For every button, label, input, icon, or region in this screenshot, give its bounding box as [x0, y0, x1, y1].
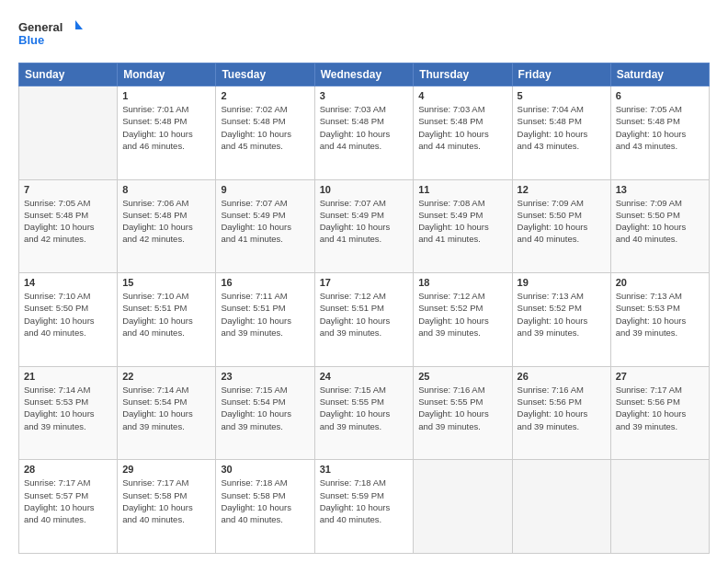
day-number: 2	[221, 90, 309, 101]
calendar-week-row: 21Sunrise: 7:14 AM Sunset: 5:53 PM Dayli…	[19, 366, 710, 460]
calendar-cell: 22Sunrise: 7:14 AM Sunset: 5:54 PM Dayli…	[118, 366, 216, 460]
calendar-cell: 13Sunrise: 7:09 AM Sunset: 5:50 PM Dayli…	[610, 179, 709, 273]
day-info: Sunrise: 7:17 AM Sunset: 5:58 PM Dayligh…	[122, 477, 210, 525]
calendar-cell: 17Sunrise: 7:12 AM Sunset: 5:51 PM Dayli…	[314, 273, 414, 367]
day-number: 1	[122, 90, 210, 101]
day-number: 10	[320, 184, 409, 195]
calendar-cell: 26Sunrise: 7:16 AM Sunset: 5:56 PM Dayli…	[512, 366, 610, 460]
calendar-page: General Blue SundayMondayTuesdayWednesda…	[0, 0, 728, 563]
calendar-cell: 31Sunrise: 7:18 AM Sunset: 5:59 PM Dayli…	[314, 460, 414, 554]
calendar-cell	[19, 86, 118, 180]
svg-text:General: General	[18, 20, 63, 34]
weekday-header-wednesday: Wednesday	[314, 63, 414, 86]
day-number: 7	[24, 184, 112, 195]
calendar-cell: 4Sunrise: 7:03 AM Sunset: 5:48 PM Daylig…	[414, 86, 512, 180]
calendar-week-row: 28Sunrise: 7:17 AM Sunset: 5:57 PM Dayli…	[19, 460, 710, 554]
weekday-header-thursday: Thursday	[414, 63, 512, 86]
day-info: Sunrise: 7:17 AM Sunset: 5:56 PM Dayligh…	[616, 384, 704, 432]
day-info: Sunrise: 7:13 AM Sunset: 5:53 PM Dayligh…	[616, 290, 704, 339]
calendar-week-row: 1Sunrise: 7:01 AM Sunset: 5:48 PM Daylig…	[19, 86, 710, 180]
day-info: Sunrise: 7:07 AM Sunset: 5:49 PM Dayligh…	[221, 197, 309, 246]
calendar-cell: 2Sunrise: 7:02 AM Sunset: 5:48 PM Daylig…	[216, 86, 314, 180]
day-number: 25	[418, 371, 506, 382]
calendar-cell: 19Sunrise: 7:13 AM Sunset: 5:52 PM Dayli…	[512, 273, 610, 367]
day-info: Sunrise: 7:10 AM Sunset: 5:51 PM Dayligh…	[122, 290, 210, 339]
weekday-header-sunday: Sunday	[19, 63, 118, 86]
weekday-header-saturday: Saturday	[610, 63, 709, 86]
day-number: 14	[24, 277, 112, 288]
day-info: Sunrise: 7:15 AM Sunset: 5:54 PM Dayligh…	[221, 384, 309, 432]
day-number: 19	[518, 277, 606, 288]
calendar-cell: 23Sunrise: 7:15 AM Sunset: 5:54 PM Dayli…	[216, 366, 314, 460]
day-info: Sunrise: 7:06 AM Sunset: 5:48 PM Dayligh…	[122, 197, 210, 246]
day-info: Sunrise: 7:13 AM Sunset: 5:52 PM Dayligh…	[518, 290, 606, 339]
day-info: Sunrise: 7:15 AM Sunset: 5:55 PM Dayligh…	[320, 384, 409, 432]
day-info: Sunrise: 7:11 AM Sunset: 5:51 PM Dayligh…	[221, 290, 309, 339]
day-info: Sunrise: 7:08 AM Sunset: 5:49 PM Dayligh…	[418, 197, 506, 246]
calendar-cell	[414, 460, 512, 554]
calendar-cell: 3Sunrise: 7:03 AM Sunset: 5:48 PM Daylig…	[314, 86, 414, 180]
day-info: Sunrise: 7:18 AM Sunset: 5:58 PM Dayligh…	[221, 477, 309, 525]
day-number: 24	[320, 371, 409, 382]
weekday-header-tuesday: Tuesday	[216, 63, 314, 86]
calendar-cell: 9Sunrise: 7:07 AM Sunset: 5:49 PM Daylig…	[216, 179, 314, 273]
day-number: 31	[320, 464, 409, 475]
calendar-cell: 14Sunrise: 7:10 AM Sunset: 5:50 PM Dayli…	[19, 273, 118, 367]
day-info: Sunrise: 7:14 AM Sunset: 5:54 PM Dayligh…	[122, 384, 210, 432]
day-number: 3	[320, 90, 409, 101]
day-info: Sunrise: 7:12 AM Sunset: 5:52 PM Dayligh…	[418, 290, 506, 339]
calendar-cell: 25Sunrise: 7:16 AM Sunset: 5:55 PM Dayli…	[414, 366, 512, 460]
calendar-cell	[512, 460, 610, 554]
svg-text:Blue: Blue	[18, 33, 44, 47]
day-info: Sunrise: 7:12 AM Sunset: 5:51 PM Dayligh…	[320, 290, 409, 339]
logo: General Blue	[18, 17, 83, 53]
day-number: 8	[122, 184, 210, 195]
day-number: 18	[418, 277, 506, 288]
calendar-cell: 21Sunrise: 7:14 AM Sunset: 5:53 PM Dayli…	[19, 366, 118, 460]
day-number: 17	[320, 277, 409, 288]
day-info: Sunrise: 7:09 AM Sunset: 5:50 PM Dayligh…	[518, 197, 606, 246]
day-info: Sunrise: 7:03 AM Sunset: 5:48 PM Dayligh…	[418, 103, 506, 152]
calendar-cell: 28Sunrise: 7:17 AM Sunset: 5:57 PM Dayli…	[19, 460, 118, 554]
svg-marker-2	[75, 20, 83, 29]
day-number: 6	[616, 90, 704, 101]
day-info: Sunrise: 7:07 AM Sunset: 5:49 PM Dayligh…	[320, 197, 409, 246]
calendar-cell: 10Sunrise: 7:07 AM Sunset: 5:49 PM Dayli…	[314, 179, 414, 273]
day-number: 27	[616, 371, 704, 382]
calendar-cell: 12Sunrise: 7:09 AM Sunset: 5:50 PM Dayli…	[512, 179, 610, 273]
day-info: Sunrise: 7:18 AM Sunset: 5:59 PM Dayligh…	[320, 477, 409, 525]
calendar-cell: 18Sunrise: 7:12 AM Sunset: 5:52 PM Dayli…	[414, 273, 512, 367]
day-number: 4	[418, 90, 506, 101]
calendar-cell: 7Sunrise: 7:05 AM Sunset: 5:48 PM Daylig…	[19, 179, 118, 273]
calendar-table: SundayMondayTuesdayWednesdayThursdayFrid…	[18, 63, 710, 554]
weekday-header-friday: Friday	[512, 63, 610, 86]
day-number: 13	[616, 184, 704, 195]
day-number: 23	[221, 371, 309, 382]
day-number: 30	[221, 464, 309, 475]
calendar-cell: 5Sunrise: 7:04 AM Sunset: 5:48 PM Daylig…	[512, 86, 610, 180]
weekday-header-row: SundayMondayTuesdayWednesdayThursdayFrid…	[19, 63, 710, 86]
day-info: Sunrise: 7:16 AM Sunset: 5:55 PM Dayligh…	[418, 384, 506, 432]
day-info: Sunrise: 7:10 AM Sunset: 5:50 PM Dayligh…	[24, 290, 112, 339]
calendar-cell: 16Sunrise: 7:11 AM Sunset: 5:51 PM Dayli…	[216, 273, 314, 367]
day-number: 11	[418, 184, 506, 195]
day-number: 15	[122, 277, 210, 288]
day-number: 28	[24, 464, 112, 475]
day-info: Sunrise: 7:16 AM Sunset: 5:56 PM Dayligh…	[518, 384, 606, 432]
calendar-cell: 20Sunrise: 7:13 AM Sunset: 5:53 PM Dayli…	[610, 273, 709, 367]
calendar-cell: 11Sunrise: 7:08 AM Sunset: 5:49 PM Dayli…	[414, 179, 512, 273]
calendar-cell: 30Sunrise: 7:18 AM Sunset: 5:58 PM Dayli…	[216, 460, 314, 554]
day-info: Sunrise: 7:03 AM Sunset: 5:48 PM Dayligh…	[320, 103, 409, 152]
day-number: 20	[616, 277, 704, 288]
day-info: Sunrise: 7:17 AM Sunset: 5:57 PM Dayligh…	[24, 477, 112, 525]
calendar-cell	[610, 460, 709, 554]
day-info: Sunrise: 7:04 AM Sunset: 5:48 PM Dayligh…	[518, 103, 606, 152]
day-info: Sunrise: 7:05 AM Sunset: 5:48 PM Dayligh…	[616, 103, 704, 152]
calendar-week-row: 7Sunrise: 7:05 AM Sunset: 5:48 PM Daylig…	[19, 179, 710, 273]
header: General Blue	[18, 17, 710, 53]
day-number: 29	[122, 464, 210, 475]
day-info: Sunrise: 7:01 AM Sunset: 5:48 PM Dayligh…	[122, 103, 210, 152]
day-number: 21	[24, 371, 112, 382]
calendar-cell: 1Sunrise: 7:01 AM Sunset: 5:48 PM Daylig…	[118, 86, 216, 180]
day-number: 12	[518, 184, 606, 195]
